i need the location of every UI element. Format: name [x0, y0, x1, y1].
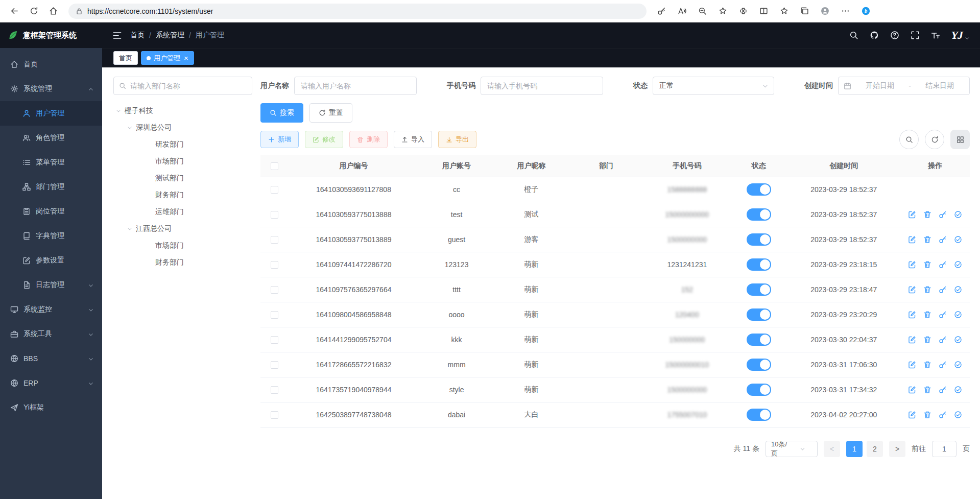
table-row[interactable]: 1641728665572216832mmm萌新150000000102023-…: [260, 352, 970, 377]
favorites-button[interactable]: [776, 3, 792, 19]
assign-role-icon[interactable]: [954, 260, 962, 269]
reset-password-icon[interactable]: [939, 311, 947, 319]
sidebar-item[interactable]: 系统工具: [0, 322, 102, 346]
reset-password-icon[interactable]: [939, 235, 947, 244]
status-toggle[interactable]: [747, 359, 771, 371]
edit-action-icon[interactable]: [908, 235, 916, 244]
status-toggle[interactable]: [747, 208, 771, 221]
table-column-header[interactable]: 手机号码: [643, 155, 730, 177]
table-row[interactable]: 1641441299095752704kkk萌新1500000002023-03…: [260, 327, 970, 352]
tab-item[interactable]: 首页: [113, 51, 138, 65]
tab-close-icon[interactable]: ×: [184, 54, 188, 62]
tab-active[interactable]: 用户管理×: [141, 51, 194, 65]
table-row[interactable]: 1641735719040978944style萌新15000000002023…: [260, 377, 970, 402]
delete-action-icon[interactable]: [923, 311, 931, 319]
app-logo[interactable]: 意框架管理系统: [0, 22, 102, 48]
table-column-header[interactable]: 创建时间: [787, 155, 901, 177]
reset-button[interactable]: 重置: [309, 103, 352, 123]
row-checkbox[interactable]: [271, 186, 278, 194]
sidebar-item[interactable]: BBS: [0, 346, 102, 371]
assign-role-icon[interactable]: [954, 311, 962, 319]
delete-action-icon[interactable]: [923, 411, 931, 419]
sidebar-subitem[interactable]: 用户管理: [0, 101, 102, 126]
dept-search-input[interactable]: [130, 82, 247, 90]
delete-action-icon[interactable]: [923, 286, 931, 294]
sidebar-subitem[interactable]: 角色管理: [0, 126, 102, 150]
row-checkbox[interactable]: [271, 236, 278, 244]
tree-node[interactable]: 市场部门: [113, 237, 252, 254]
table-row[interactable]: 1641097576365297664tttt萌新1522023-03-29 2…: [260, 277, 970, 302]
sidebar-subitem[interactable]: 字典管理: [0, 224, 102, 248]
row-checkbox[interactable]: [271, 361, 278, 369]
sidebar-item[interactable]: 系统监控: [0, 297, 102, 322]
sidebar-subitem[interactable]: 日志管理: [0, 273, 102, 297]
browser-reload-button[interactable]: [26, 3, 42, 19]
row-checkbox[interactable]: [271, 211, 278, 219]
row-checkbox[interactable]: [271, 336, 278, 344]
import-button[interactable]: 导入: [394, 131, 432, 148]
page-number[interactable]: 2: [867, 441, 883, 457]
tree-node[interactable]: 深圳总公司: [113, 119, 252, 136]
delete-action-icon[interactable]: [923, 235, 931, 244]
password-key-button[interactable]: [654, 3, 669, 19]
sidebar-subitem[interactable]: 部门管理: [0, 175, 102, 199]
sidebar-item[interactable]: ERP: [0, 371, 102, 395]
delete-button[interactable]: 删除: [349, 131, 388, 148]
row-checkbox[interactable]: [271, 286, 278, 294]
edit-action-icon[interactable]: [908, 386, 916, 394]
columns-setting-button[interactable]: [950, 130, 970, 149]
edit-action-icon[interactable]: [908, 361, 916, 369]
tree-node[interactable]: 研发部门: [113, 136, 252, 153]
reset-password-icon[interactable]: [939, 361, 947, 369]
address-bar[interactable]: https://ccnetcore.com:1101/system/user: [68, 4, 647, 19]
table-column-header[interactable]: 操作: [901, 155, 970, 177]
username-input[interactable]: [294, 77, 417, 95]
assign-role-icon[interactable]: [954, 336, 962, 344]
status-toggle[interactable]: [747, 384, 771, 396]
browser-back-button[interactable]: [6, 3, 22, 19]
github-icon[interactable]: [870, 31, 879, 40]
add-favorite-button[interactable]: [715, 3, 730, 19]
edit-action-icon[interactable]: [908, 210, 916, 219]
header-search-icon[interactable]: [849, 31, 858, 40]
page-size-select[interactable]: 10条/页: [766, 441, 818, 457]
breadcrumb-item[interactable]: 系统管理: [156, 31, 184, 40]
phone-input[interactable]: [481, 77, 603, 95]
assign-role-icon[interactable]: [954, 210, 962, 219]
font-size-icon[interactable]: [931, 31, 940, 40]
select-all-checkbox[interactable]: [271, 162, 278, 170]
help-icon[interactable]: [890, 31, 899, 40]
goto-page-input[interactable]: [932, 441, 957, 457]
sidebar-item[interactable]: Yi框架: [0, 395, 102, 420]
search-button[interactable]: 搜索: [260, 103, 303, 123]
next-page-button[interactable]: >: [889, 441, 905, 457]
edit-action-icon[interactable]: [908, 286, 916, 294]
table-row[interactable]: 1641097441472286720123123萌新1231241231202…: [260, 252, 970, 277]
toggle-search-button[interactable]: [899, 130, 919, 149]
read-aloud-button[interactable]: [674, 3, 689, 19]
edit-action-icon[interactable]: [908, 260, 916, 269]
status-toggle[interactable]: [747, 233, 771, 246]
edit-action-icon[interactable]: [908, 411, 916, 419]
sidebar-item[interactable]: 首页: [0, 52, 102, 77]
export-button[interactable]: 导出: [438, 131, 476, 148]
split-screen-button[interactable]: [756, 3, 771, 19]
sidebar-subitem[interactable]: 参数设置: [0, 248, 102, 273]
status-toggle[interactable]: [747, 283, 771, 296]
table-column-header[interactable]: 状态: [731, 155, 787, 177]
tree-node[interactable]: 财务部门: [113, 186, 252, 203]
reset-password-icon[interactable]: [939, 260, 947, 269]
breadcrumb-item[interactable]: 首页: [130, 31, 145, 40]
delete-action-icon[interactable]: [923, 361, 931, 369]
page-number[interactable]: 1: [846, 441, 863, 457]
row-checkbox[interactable]: [271, 411, 278, 419]
status-toggle[interactable]: [747, 308, 771, 321]
table-row[interactable]: 1641030593775013889guest游客15000000002023…: [260, 227, 970, 252]
edit-button[interactable]: 修改: [305, 131, 343, 148]
row-checkbox[interactable]: [271, 386, 278, 394]
user-avatar[interactable]: YJ: [951, 30, 970, 41]
row-checkbox[interactable]: [271, 311, 278, 319]
tree-node[interactable]: 财务部门: [113, 254, 252, 271]
prev-page-button[interactable]: <: [824, 441, 840, 457]
table-column-header[interactable]: 用户编号: [288, 155, 419, 177]
